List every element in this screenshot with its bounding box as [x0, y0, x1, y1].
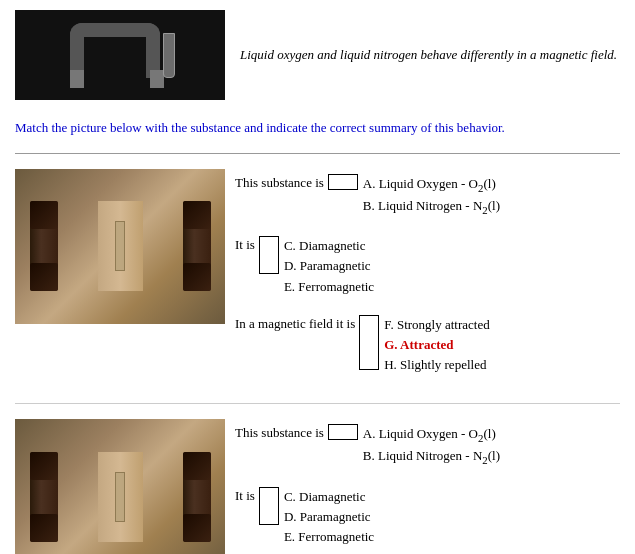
- top-section: Liquid oxygen and liquid nitrogen behave…: [15, 10, 620, 100]
- question-block-2: This substance is A. Liquid Oxygen - O2(…: [15, 419, 620, 554]
- itis-input-1[interactable]: [259, 236, 279, 274]
- instruction-text: Match the picture below with the substan…: [15, 118, 620, 138]
- pole-right-2: [183, 452, 211, 542]
- divider-top: [15, 153, 620, 154]
- substance-label-2: This substance is: [235, 424, 328, 441]
- option-A-1: A. Liquid Oxygen - O2(l): [363, 174, 500, 196]
- itis-options-2: C. Diamagnetic D. Paramagnetic E. Ferrom…: [284, 487, 374, 547]
- option-H-1: H. Slightly repelled: [384, 355, 489, 375]
- top-description-text: Liquid oxygen and liquid nitrogen behave…: [240, 47, 617, 62]
- pole-right-1: [183, 201, 211, 291]
- option-B-2: B. Liquid Nitrogen - N2(l): [363, 446, 500, 468]
- pole-face-right-bottom-2: [183, 514, 211, 542]
- itis-options-1: C. Diamagnetic D. Paramagnetic E. Ferrom…: [284, 236, 374, 296]
- substance-row-1: This substance is A. Liquid Oxygen - O2(…: [235, 174, 620, 219]
- top-description: Liquid oxygen and liquid nitrogen behave…: [225, 45, 617, 65]
- option-E-1: E. Ferromagnetic: [284, 277, 374, 297]
- pole-gap-2: [98, 452, 143, 542]
- magnet-graphic: [60, 23, 180, 88]
- option-D-1: D. Paramagnetic: [284, 256, 374, 276]
- option-B-1: B. Liquid Nitrogen - N2(l): [363, 196, 500, 218]
- field-options-1: F. Strongly attracted G. Attracted H. Sl…: [384, 315, 489, 375]
- substance-question-1: This substance is A. Liquid Oxygen - O2(…: [235, 174, 620, 229]
- option-C-1: C. Diamagnetic: [284, 236, 374, 256]
- photo-magnet-2: [15, 419, 225, 554]
- pole-gap-1: [98, 201, 143, 291]
- pole-face-right-top-2: [183, 452, 211, 480]
- substance-options-2: A. Liquid Oxygen - O2(l) B. Liquid Nitro…: [363, 424, 500, 469]
- pole-left-1: [30, 201, 58, 291]
- photo-magnet-1: [15, 169, 225, 324]
- substance-question-2: This substance is A. Liquid Oxygen - O2(…: [235, 424, 620, 479]
- option-C-2: C. Diamagnetic: [284, 487, 374, 507]
- option-A-2: A. Liquid Oxygen - O2(l): [363, 424, 500, 446]
- option-D-2: D. Paramagnetic: [284, 507, 374, 527]
- top-image: [15, 10, 225, 100]
- substance-label-1: This substance is: [235, 174, 328, 191]
- option-F-1: F. Strongly attracted: [384, 315, 489, 335]
- liquid-1: [115, 221, 125, 271]
- option-G-1: G. Attracted: [384, 335, 489, 355]
- substance-row-2: This substance is A. Liquid Oxygen - O2(…: [235, 424, 620, 469]
- questions-area-2: This substance is A. Liquid Oxygen - O2(…: [225, 419, 620, 554]
- pole-left-2: [30, 452, 58, 542]
- itis-label-1: It is: [235, 236, 259, 253]
- itis-question-2: It is C. Diamagnetic D. Paramagnetic E. …: [235, 487, 620, 554]
- substance-options-1: A. Liquid Oxygen - O2(l) B. Liquid Nitro…: [363, 174, 500, 219]
- pole-face-right-bottom-1: [183, 263, 211, 291]
- magnet-poles-1: [30, 201, 211, 291]
- substance-input-1[interactable]: [328, 174, 358, 190]
- question-image-1: [15, 169, 225, 324]
- liquid-2: [115, 472, 125, 522]
- substance-input-2[interactable]: [328, 424, 358, 440]
- itis-row-2: It is C. Diamagnetic D. Paramagnetic E. …: [235, 487, 620, 547]
- pole-face-left-bottom-1: [30, 263, 58, 291]
- field-label-1: In a magnetic field it is: [235, 315, 359, 332]
- pole-face-left-bottom-2: [30, 514, 58, 542]
- option-E-2: E. Ferromagnetic: [284, 527, 374, 547]
- itis-label-2: It is: [235, 487, 259, 504]
- magnet-poles-2: [30, 452, 211, 542]
- itis-question-1: It is C. Diamagnetic D. Paramagnetic E. …: [235, 236, 620, 306]
- field-row-1: In a magnetic field it is F. Strongly at…: [235, 315, 620, 375]
- field-question-1: In a magnetic field it is F. Strongly at…: [235, 315, 620, 385]
- question-block-1: This substance is A. Liquid Oxygen - O2(…: [15, 169, 620, 405]
- pole-face-left-top-2: [30, 452, 58, 480]
- itis-input-2[interactable]: [259, 487, 279, 525]
- question-image-2: [15, 419, 225, 554]
- field-input-1[interactable]: [359, 315, 379, 370]
- pole-face-left-top-1: [30, 201, 58, 229]
- itis-row-1: It is C. Diamagnetic D. Paramagnetic E. …: [235, 236, 620, 296]
- pole-face-right-top-1: [183, 201, 211, 229]
- questions-area-1: This substance is A. Liquid Oxygen - O2(…: [225, 169, 620, 394]
